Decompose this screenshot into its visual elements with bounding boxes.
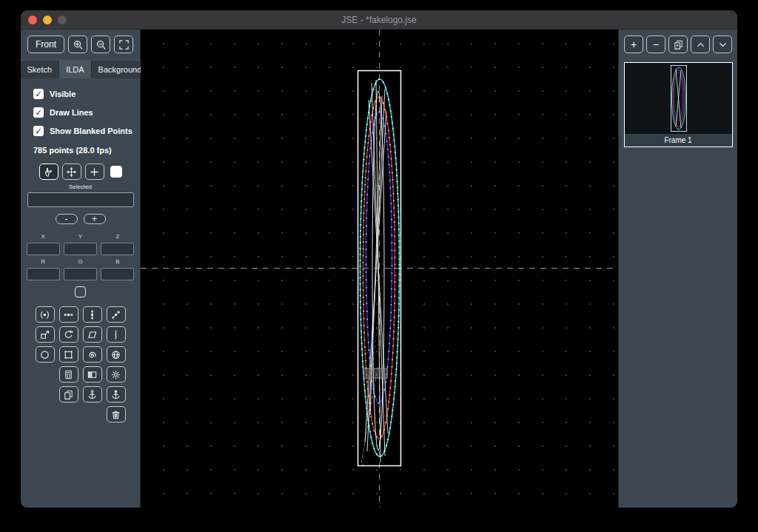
uniform-checkbox[interactable] xyxy=(75,286,86,297)
color-swatch[interactable] xyxy=(110,166,122,178)
gradient-icon xyxy=(87,369,98,380)
view-front-button[interactable]: Front xyxy=(27,36,64,53)
hand-tool-button[interactable] xyxy=(39,164,58,180)
selection-tools xyxy=(39,164,122,180)
y-label: Y xyxy=(64,233,97,240)
circle-icon xyxy=(39,349,50,360)
hand-icon xyxy=(43,166,54,178)
delete-button[interactable] xyxy=(107,406,126,422)
add-frame-button[interactable]: + xyxy=(624,36,643,53)
zoom-in-button[interactable] xyxy=(68,36,87,53)
decrement-button[interactable]: - xyxy=(56,214,78,224)
g-field[interactable] xyxy=(64,268,97,280)
show-blanked-points-checkbox-row[interactable]: ✓ Show Blanked Points xyxy=(21,126,140,136)
r-field[interactable] xyxy=(27,268,60,280)
spiral-icon xyxy=(87,349,98,360)
zoom-out-button[interactable] xyxy=(91,36,110,53)
fit-view-button[interactable] xyxy=(114,36,133,53)
remove-frame-button[interactable]: − xyxy=(646,36,665,53)
tab-sketch[interactable]: Sketch xyxy=(21,60,59,78)
axis-fields xyxy=(27,243,135,255)
move-frame-down-button[interactable] xyxy=(713,36,732,53)
copy-document-icon xyxy=(673,39,684,50)
chevron-down-icon xyxy=(717,39,728,50)
increment-button[interactable]: + xyxy=(84,214,106,224)
panel-tabs: Sketch ILDA Background xyxy=(21,60,141,78)
points-info: 785 points (28.0 fps) xyxy=(21,146,140,155)
frame-thumbnail-drawing xyxy=(625,63,732,134)
x-field[interactable] xyxy=(27,243,60,255)
duplicate-frame-button[interactable] xyxy=(668,36,688,53)
titlebar[interactable]: JSE - *fakelogo.jse xyxy=(21,10,737,30)
ilda-canvas[interactable] xyxy=(141,30,618,508)
rotate-button[interactable] xyxy=(59,326,78,343)
move-y-button[interactable] xyxy=(83,306,102,323)
y-field[interactable] xyxy=(64,243,97,255)
b-field[interactable] xyxy=(101,268,134,280)
gradient-button[interactable] xyxy=(83,366,102,383)
copy-button[interactable] xyxy=(59,386,78,403)
rectangle-button[interactable] xyxy=(59,346,78,363)
frame-toolbar: + − xyxy=(624,36,732,53)
trash-icon xyxy=(110,409,121,420)
screen: JSE - *fakelogo.jse Front xyxy=(0,0,758,532)
plus-icon xyxy=(89,166,100,178)
globe-icon xyxy=(110,349,121,360)
skew-button[interactable] xyxy=(83,326,102,343)
close-window-button[interactable] xyxy=(28,16,37,24)
gray-marker-box xyxy=(363,368,387,378)
spiral-button[interactable] xyxy=(83,346,102,363)
move-frame-up-button[interactable] xyxy=(691,36,710,53)
color-fields xyxy=(27,268,135,280)
brightness-button[interactable] xyxy=(107,366,126,383)
move-arrows-icon xyxy=(66,166,77,178)
move-x-button[interactable] xyxy=(59,306,78,323)
app-window: JSE - *fakelogo.jse Front xyxy=(21,10,737,508)
draw-lines-checkbox-row[interactable]: ✓ Draw Lines xyxy=(21,107,140,118)
scale-button[interactable] xyxy=(36,326,55,343)
zoom-window-button[interactable] xyxy=(58,16,67,24)
tab-ilda[interactable]: ILDA xyxy=(59,60,91,78)
minimize-window-button[interactable] xyxy=(43,16,52,24)
visible-checkbox[interactable]: ✓ xyxy=(33,89,44,99)
sphere-button[interactable] xyxy=(107,346,126,363)
visible-checkbox-row[interactable]: ✓ Visible xyxy=(21,89,140,99)
x-label: X xyxy=(27,233,60,240)
wave-icon xyxy=(110,329,121,340)
anchor-icon xyxy=(110,389,121,400)
move-tool-button[interactable] xyxy=(62,164,81,180)
v-arrows-icon xyxy=(87,309,98,320)
window-content: Front Sketch ILDA Background xyxy=(21,30,737,508)
show-blanked-points-label: Show Blanked Points xyxy=(50,127,133,135)
g-label: G xyxy=(64,258,97,265)
selected-label: Selected xyxy=(69,183,92,190)
z-field[interactable] xyxy=(101,243,134,255)
left-panel: Front Sketch ILDA Background xyxy=(21,30,141,508)
frame-thumbnail[interactable]: Frame 1 xyxy=(624,62,733,147)
circle-button[interactable] xyxy=(36,346,55,363)
anchor-icon xyxy=(87,389,98,400)
view-toolbar: Front xyxy=(27,36,133,53)
z-label: Z xyxy=(101,233,134,240)
draw-lines-checkbox[interactable]: ✓ xyxy=(33,107,44,118)
frame-label: Frame 1 xyxy=(625,134,732,147)
copy-icon xyxy=(63,389,74,400)
frame-thumbnail-preview xyxy=(625,63,732,134)
color-labels: R G B xyxy=(27,258,135,265)
scale-icon xyxy=(39,329,50,340)
add-point-tool-button[interactable] xyxy=(85,164,104,180)
show-blanked-points-checkbox[interactable]: ✓ xyxy=(33,126,44,136)
wave-button[interactable] xyxy=(107,326,126,343)
selected-input[interactable] xyxy=(27,192,134,207)
keypad-button[interactable] xyxy=(59,366,78,383)
magnifier-minus-icon xyxy=(95,39,107,50)
anchor-button[interactable] xyxy=(83,386,102,403)
visible-label: Visible xyxy=(50,90,76,98)
move-z-button[interactable] xyxy=(107,306,126,323)
axis-labels: X Y Z xyxy=(27,233,135,240)
ilda-frame-drawing xyxy=(141,30,618,508)
r-label: R xyxy=(27,258,60,265)
rotate-icon xyxy=(63,329,74,340)
anchor-alt-button[interactable] xyxy=(107,386,126,403)
center-point-button[interactable] xyxy=(36,306,55,323)
